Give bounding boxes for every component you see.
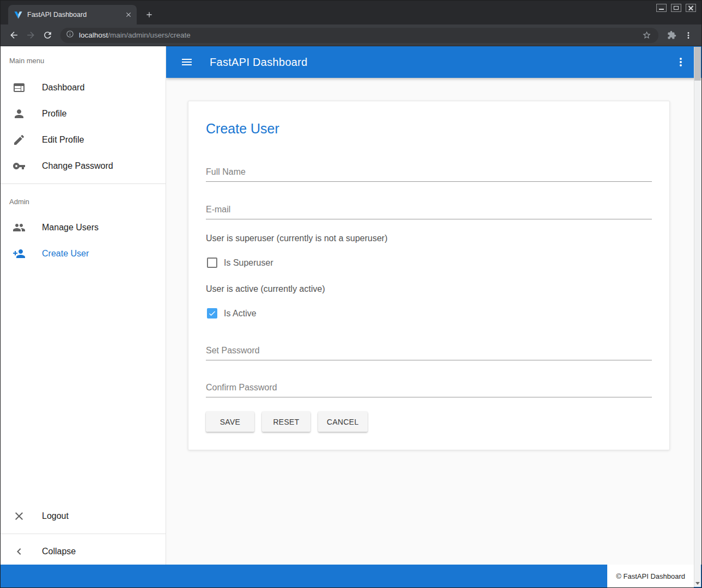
sidebar-item-dashboard[interactable]: Dashboard (1, 75, 166, 101)
sidebar-item-profile[interactable]: Profile (1, 101, 166, 127)
page-title: Create User (206, 121, 652, 137)
person-add-icon (13, 247, 26, 260)
dashboard-icon (13, 81, 26, 94)
sidebar: Main menu Dashboard Profile Edit Profile (1, 46, 166, 565)
form-actions: SAVE RESET CANCEL (206, 412, 652, 432)
sidebar-item-label: Profile (42, 109, 66, 119)
active-checkbox-row: Is Active (206, 308, 652, 318)
is-superuser-checkbox[interactable] (207, 258, 217, 268)
app-title: FastAPI Dashboard (210, 56, 308, 69)
new-tab-button[interactable] (142, 7, 157, 22)
url-text: localhost/main/admin/users/create (79, 31, 635, 39)
sidebar-item-edit-profile[interactable]: Edit Profile (1, 127, 166, 153)
sidebar-item-label: Create User (42, 249, 89, 259)
sidebar-item-label: Logout (42, 511, 69, 521)
sidebar-item-label: Change Password (42, 161, 113, 171)
email-field (206, 203, 652, 219)
sidebar-item-label: Dashboard (42, 83, 84, 93)
vertical-scrollbar[interactable] (694, 47, 701, 587)
app-bar: FastAPI Dashboard (166, 46, 701, 78)
save-button[interactable]: SAVE (206, 412, 254, 432)
sidebar-section-header: Main menu (1, 46, 166, 75)
forward-button[interactable] (23, 28, 38, 43)
url-host: localhost (79, 31, 108, 39)
sidebar-item-label: Collapse (42, 547, 76, 556)
window-controls (656, 4, 696, 12)
people-icon (13, 221, 26, 234)
superuser-hint: User is superuser (currently is not a su… (206, 234, 652, 243)
is-superuser-checkbox-label: Is Superuser (224, 258, 273, 268)
sidebar-item-manage-users[interactable]: Manage Users (1, 215, 166, 241)
scrollbar-thumb[interactable] (694, 47, 701, 81)
cancel-button[interactable]: CANCEL (318, 412, 368, 432)
url-path: /main/admin/users/create (108, 31, 191, 39)
maximize-button[interactable] (671, 4, 681, 12)
browser-tab[interactable]: FastAPI Dashboard (8, 5, 137, 24)
app-overflow-menu-icon[interactable] (671, 52, 691, 72)
sidebar-divider (1, 183, 166, 184)
sidebar-item-collapse[interactable]: Collapse (1, 538, 166, 565)
key-icon (13, 160, 26, 173)
reset-button[interactable]: RESET (262, 412, 310, 432)
create-user-card: Create User User is superuser (currently… (188, 101, 670, 450)
close-icon (13, 510, 26, 523)
sidebar-item-label: Edit Profile (42, 135, 84, 145)
confirm-password-input[interactable] (206, 381, 652, 397)
full-name-input[interactable] (206, 165, 652, 182)
tab-title: FastAPI Dashboard (27, 11, 119, 19)
chevron-left-icon (13, 545, 26, 558)
vuetify-favicon-icon (14, 10, 23, 20)
email-input[interactable] (206, 203, 652, 219)
reload-button[interactable] (40, 28, 55, 43)
app-body: Main menu Dashboard Profile Edit Profile (1, 46, 701, 565)
browser-menu-icon[interactable] (681, 28, 696, 43)
window-close-button[interactable] (686, 4, 696, 12)
site-info-icon[interactable] (66, 30, 74, 40)
full-name-field (206, 165, 652, 182)
active-hint: User is active (currently active) (206, 284, 652, 294)
superuser-checkbox-row: Is Superuser (206, 258, 652, 268)
confirm-password-field (206, 381, 652, 397)
sidebar-section-header: Admin (1, 188, 166, 215)
scrollbar-down-button[interactable] (694, 579, 701, 587)
sidebar-item-logout[interactable]: Logout (1, 503, 166, 529)
page-content: Create User User is superuser (currently… (166, 78, 701, 565)
set-password-input[interactable] (206, 344, 652, 360)
pencil-icon (13, 133, 26, 146)
tab-close-icon[interactable] (124, 10, 133, 20)
sidebar-item-create-user[interactable]: Create User (1, 241, 166, 267)
main-area: FastAPI Dashboard Create User User is su… (166, 46, 701, 565)
hamburger-menu-icon[interactable] (177, 52, 197, 72)
sidebar-item-label: Manage Users (42, 223, 99, 232)
extensions-icon[interactable] (664, 28, 679, 43)
minimize-button[interactable] (656, 4, 667, 12)
browser-window: FastAPI Dashboard localhost/m (0, 0, 702, 588)
is-active-checkbox-label: Is Active (224, 309, 257, 318)
set-password-field (206, 344, 652, 360)
is-active-checkbox[interactable] (207, 308, 217, 318)
footer-copyright: © FastAPI Dashboard (607, 565, 694, 587)
tab-strip: FastAPI Dashboard (1, 1, 701, 24)
sidebar-divider (1, 534, 166, 534)
address-bar[interactable]: localhost/main/admin/users/create (60, 28, 658, 43)
person-icon (13, 107, 26, 120)
sidebar-item-change-password[interactable]: Change Password (1, 153, 166, 179)
browser-toolbar: localhost/main/admin/users/create (1, 24, 701, 46)
app-footer: © FastAPI Dashboard (1, 565, 701, 587)
back-button[interactable] (6, 28, 21, 43)
bookmark-star-icon[interactable] (640, 29, 653, 42)
